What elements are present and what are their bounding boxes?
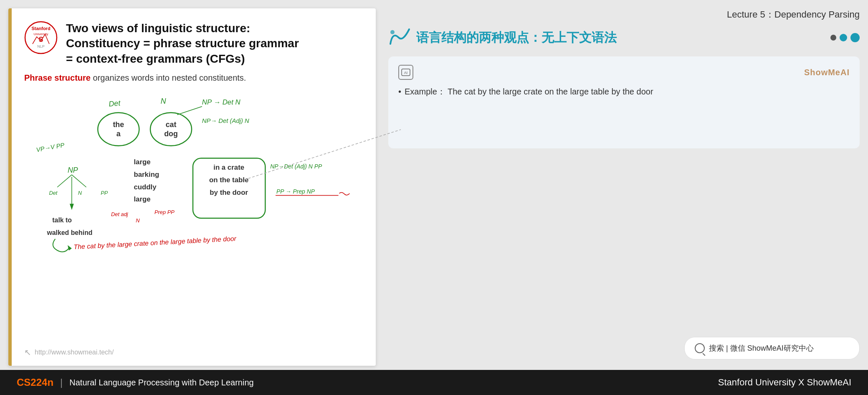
bottom-left: CS224n | Natural Language Processing wit… bbox=[17, 377, 254, 388]
dot-2 bbox=[840, 34, 847, 41]
svg-text:N: N bbox=[78, 190, 82, 196]
svg-text:NP → Det N: NP → Det N bbox=[202, 98, 241, 106]
info-card-header: AI ShowMeAI bbox=[398, 65, 850, 80]
svg-text:large: large bbox=[134, 196, 150, 204]
content-area: Stanford University S NLP Two views of l… bbox=[0, 0, 868, 370]
svg-text:The cat  by  the large  crate : The cat by the large crate on the large … bbox=[73, 235, 237, 250]
svg-text:Det: Det bbox=[49, 190, 58, 196]
info-card-content: • Example： The cat by the large crate on… bbox=[398, 85, 850, 98]
svg-text:N: N bbox=[161, 97, 166, 105]
lecture-title: Lecture 5：Dependency Parsing bbox=[388, 4, 860, 27]
dot-3 bbox=[850, 33, 860, 42]
svg-text:dog: dog bbox=[164, 130, 178, 138]
svg-text:cuddly: cuddly bbox=[134, 183, 157, 191]
bullet-point: • Example： The cat by the large crate on… bbox=[398, 85, 850, 98]
svg-text:the: the bbox=[113, 120, 124, 129]
svg-text:NP→Det (Adj) N PP: NP→Det (Adj) N PP bbox=[270, 163, 322, 170]
info-card: AI ShowMeAI • Example： The cat by the la… bbox=[388, 56, 860, 148]
search-icon bbox=[695, 343, 705, 353]
svg-line-19 bbox=[72, 175, 86, 187]
slide-title: Two views of linguistic structure: Const… bbox=[66, 21, 299, 66]
svg-text:NP: NP bbox=[68, 166, 78, 174]
course-title: Natural Language Processing with Deep Le… bbox=[69, 378, 253, 387]
svg-text:large: large bbox=[134, 158, 150, 166]
wave-icon bbox=[388, 27, 411, 48]
svg-point-43 bbox=[390, 30, 395, 34]
svg-text:talk to: talk to bbox=[52, 217, 72, 224]
dots-container bbox=[830, 33, 860, 42]
svg-text:NLP: NLP bbox=[37, 44, 45, 48]
svg-text:in a crate: in a crate bbox=[213, 163, 244, 171]
svg-text:a: a bbox=[116, 130, 121, 138]
svg-text:by the door: by the door bbox=[210, 189, 248, 196]
dot-1 bbox=[830, 35, 836, 41]
svg-text:PP: PP bbox=[101, 190, 108, 196]
chinese-title-bar: 语言结构的两种观点：无上下文语法 bbox=[388, 27, 860, 48]
x-separator: X bbox=[798, 377, 807, 387]
svg-text:walked behind: walked behind bbox=[46, 229, 92, 236]
svg-text:cat: cat bbox=[166, 120, 177, 129]
svg-text:AI: AI bbox=[404, 71, 408, 75]
tree-svg: Det N the a cat dog NP bbox=[24, 91, 363, 267]
svg-marker-24 bbox=[70, 204, 74, 210]
svg-line-18 bbox=[57, 175, 72, 187]
svg-text:NP→ Det (Adj) N: NP→ Det (Adj) N bbox=[202, 117, 249, 124]
bottom-right: Stanford University X ShowMeAI bbox=[718, 377, 851, 388]
slide-footer: ↖ http://www.showmeai.tech/ bbox=[24, 347, 114, 357]
main-container: Stanford University S NLP Two views of l… bbox=[0, 0, 868, 395]
slide-panel: Stanford University S NLP Two views of l… bbox=[8, 8, 376, 366]
spacer bbox=[388, 157, 860, 337]
ai-icon: AI bbox=[398, 65, 413, 80]
footer-icon: ↖ bbox=[24, 347, 31, 357]
svg-marker-42 bbox=[68, 245, 72, 251]
stanford-nlp-logo: Stanford University S NLP bbox=[24, 21, 58, 54]
svg-text:University: University bbox=[33, 32, 48, 36]
search-text: 搜索 | 微信 ShowMeAI研究中心 bbox=[709, 343, 814, 353]
svg-text:Det: Det bbox=[109, 99, 121, 108]
showmeai-brand: ShowMeAI bbox=[804, 68, 850, 77]
svg-text:VP→V PP: VP→V PP bbox=[35, 142, 65, 153]
brand-text: ShowMeAI bbox=[807, 377, 851, 387]
search-bar[interactable]: 搜索 | 微信 ShowMeAI研究中心 bbox=[684, 337, 860, 359]
svg-text:Det adj: Det adj bbox=[111, 211, 129, 217]
svg-text:Stanford: Stanford bbox=[31, 26, 50, 31]
right-panel: Lecture 5：Dependency Parsing 语言结构的两种观点：无… bbox=[384, 0, 868, 370]
tree-diagram: Det N the a cat dog NP bbox=[24, 91, 363, 267]
svg-text:barking: barking bbox=[134, 171, 159, 178]
example-text: Example： The cat by the large crate on t… bbox=[405, 85, 653, 98]
chinese-title-text: 语言结构的两种观点：无上下文语法 bbox=[416, 29, 617, 46]
slide-url: http://www.showmeai.tech/ bbox=[35, 349, 114, 356]
separator: | bbox=[60, 377, 63, 388]
phrase-structure-line: Phrase structure organizes words into ne… bbox=[24, 73, 363, 83]
svg-line-14 bbox=[177, 107, 202, 115]
university-text: Stanford University bbox=[718, 377, 796, 387]
svg-text:Prep PP: Prep PP bbox=[154, 209, 175, 215]
bottom-bar: CS224n | Natural Language Processing wit… bbox=[0, 370, 868, 395]
svg-text:N: N bbox=[136, 217, 140, 224]
bullet-symbol: • bbox=[398, 85, 401, 98]
svg-text:on the table: on the table bbox=[209, 176, 248, 184]
cs224n-label: CS224n bbox=[17, 377, 53, 388]
svg-text:PP → Prep NP: PP → Prep NP bbox=[276, 188, 315, 195]
slide-header: Stanford University S NLP Two views of l… bbox=[24, 21, 363, 66]
